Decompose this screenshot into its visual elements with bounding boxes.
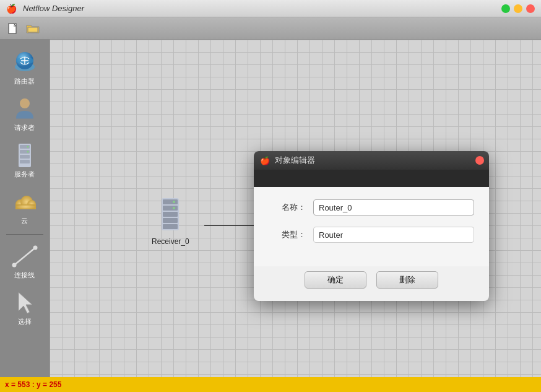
close-button[interactable] [526,4,535,13]
dialog-buttons: 确定 删除 [254,266,489,301]
main-area: 路由器 请求者 [0,40,541,377]
select-sidebar-icon [12,290,38,316]
server-sidebar-icon [12,142,38,168]
svg-rect-28 [163,224,178,229]
svg-rect-26 [163,212,178,217]
svg-rect-17 [15,204,36,209]
svg-rect-27 [163,218,178,223]
dialog-titlebar: 🍎 对象编辑器 [254,151,489,170]
svg-line-18 [14,248,35,265]
dialog-close-button[interactable] [475,156,484,165]
canvas[interactable]: Receiver_0 [50,40,541,377]
svg-point-30 [173,207,175,209]
receiver-node[interactable]: Receiver_0 [152,198,189,246]
dialog-dark-bar [254,170,489,187]
svg-point-20 [33,246,37,250]
sidebar-select-label: 选择 [18,317,32,326]
cloud-sidebar-icon [12,189,38,215]
sidebar-cloud-label: 云 [21,216,28,225]
open-folder-icon [26,23,40,34]
svg-rect-25 [163,206,178,211]
sidebar: 路由器 请求者 [0,40,50,377]
apple-icon: 🍎 [6,4,17,14]
dialog-apple-icon: 🍎 [260,156,270,165]
type-label: 类型： [269,229,306,240]
sidebar-item-router[interactable]: 路由器 [3,46,46,90]
sidebar-server-label: 服务者 [14,170,35,179]
delete-button[interactable]: 删除 [376,271,438,289]
requester-sidebar-icon [12,96,38,122]
receiver-icon [152,198,189,235]
sidebar-connection-label: 连接线 [14,271,35,280]
new-file-icon [7,22,19,35]
sidebar-item-requester[interactable]: 请求者 [3,92,46,136]
name-input[interactable] [313,199,474,216]
sidebar-requester-label: 请求者 [14,123,35,133]
object-editor-dialog[interactable]: 🍎 对象编辑器 名称： 类型： 确定 删除 [254,151,489,301]
receiver-label: Receiver_0 [152,237,189,246]
svg-point-19 [12,263,16,268]
dialog-title: 对象编辑器 [275,155,315,166]
sidebar-divider [6,234,43,235]
new-file-button[interactable] [5,20,21,37]
svg-point-13 [27,151,28,153]
toolbar [0,17,541,40]
titlebar: 🍎 Netflow Designer [0,0,541,17]
statusbar: x = 553 : y = 255 [0,377,541,392]
sidebar-router-label: 路由器 [14,77,35,86]
sidebar-item-cloud[interactable]: 云 [3,185,46,229]
svg-rect-11 [20,160,30,163]
maximize-button[interactable] [501,4,510,13]
type-input[interactable] [313,227,474,243]
svg-point-12 [27,146,28,148]
app-title: Netflow Designer [23,4,84,13]
sidebar-item-server[interactable]: 服务者 [3,139,46,183]
name-label: 名称： [269,202,306,213]
name-row: 名称： [269,199,474,216]
minimize-button[interactable] [514,4,522,13]
svg-rect-10 [20,155,30,159]
open-file-button[interactable] [25,20,41,37]
router-sidebar-icon [12,50,38,76]
connection-sidebar-icon [12,243,38,269]
confirm-button[interactable]: 确定 [305,271,366,289]
status-coordinates: x = 553 : y = 255 [5,380,61,389]
type-row: 类型： [269,227,474,243]
svg-point-29 [173,201,175,203]
sidebar-item-connection[interactable]: 连接线 [3,240,46,284]
dialog-body: 名称： 类型： [254,187,489,266]
sidebar-item-select[interactable]: 选择 [3,286,46,330]
svg-point-6 [20,98,30,108]
window-controls [501,4,535,13]
svg-rect-24 [163,199,178,204]
